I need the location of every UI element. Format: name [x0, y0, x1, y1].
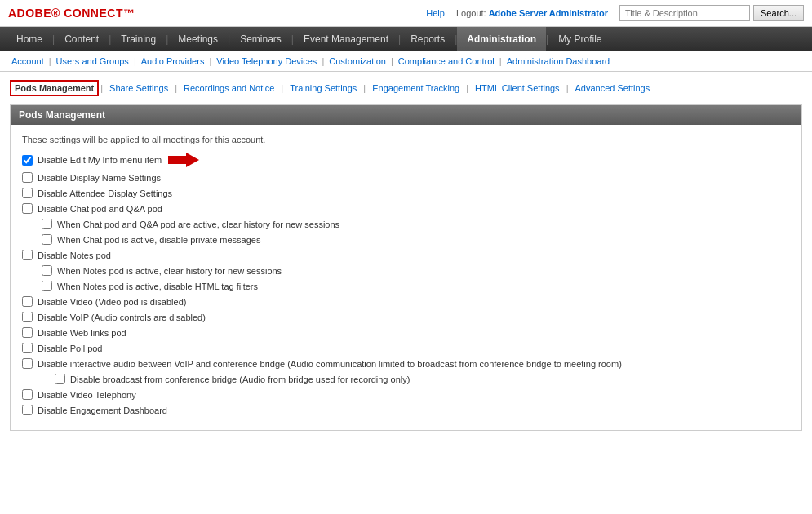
checkbox-14[interactable] — [55, 374, 65, 384]
sub-nav-item-administration-dashboard[interactable]: Administration Dashboard — [502, 55, 615, 68]
checkbox-label: Disable Edit My Info menu item — [38, 155, 162, 165]
tab-separator: | — [99, 83, 104, 93]
checkbox-row: When Chat pod is active, disable private… — [42, 234, 790, 245]
checkbox-row: Disable Poll pod — [22, 343, 790, 353]
content-area: Pods Management|Share Settings|Recording… — [0, 72, 812, 449]
checkbox-label: Disable Attendee Display Settings — [38, 188, 172, 198]
tab-separator: | — [362, 83, 367, 93]
checkbox-label: When Notes pod is active, disable HTML t… — [57, 281, 258, 291]
checkbox-row: Disable broadcast from conference bridge… — [55, 374, 790, 384]
checkbox-row: When Notes pod is active, disable HTML t… — [42, 281, 790, 291]
checkbox-row: Disable Video Telephony — [22, 389, 790, 400]
checkbox-16[interactable] — [22, 405, 33, 415]
sub-nav-item-customization[interactable]: Customization — [324, 55, 391, 68]
nav-item-event-management[interactable]: Event Management — [294, 27, 398, 51]
section-body: These settings will be applied to all me… — [11, 125, 801, 430]
checkbox-8[interactable] — [42, 281, 52, 291]
checkboxes-container: Disable Edit My Info menu item Disable D… — [22, 153, 790, 415]
checkbox-row: Disable Edit My Info menu item — [22, 153, 790, 167]
pods-management-section: Pods Management These settings will be a… — [10, 104, 802, 431]
checkbox-row: When Chat pod and Q&A pod are active, cl… — [42, 219, 790, 229]
sub-nav-item-users-and-groups[interactable]: Users and Groups — [51, 55, 134, 68]
checkbox-row: Disable Attendee Display Settings — [22, 188, 790, 198]
top-bar: ADOBE® CONNECT™ Help Logout: Adobe Serve… — [0, 0, 812, 27]
checkbox-row: Disable Engagement Dashboard — [22, 405, 790, 415]
tab-recordings-and-notice[interactable]: Recordings and Notice — [179, 80, 279, 96]
tab-separator: | — [279, 83, 285, 93]
checkbox-row: Disable Chat pod and Q&A pod — [22, 203, 790, 214]
checkbox-9[interactable] — [22, 296, 33, 307]
checkbox-10[interactable] — [22, 312, 33, 322]
tab-share-settings[interactable]: Share Settings — [104, 80, 173, 96]
checkbox-15[interactable] — [22, 389, 33, 400]
checkbox-13[interactable] — [22, 358, 33, 369]
logo: ADOBE® CONNECT™ — [8, 7, 135, 20]
top-right-area: Help Logout: Adobe Server Administrator … — [426, 5, 804, 21]
red-arrow-icon — [162, 153, 199, 167]
checkbox-label: Disable Chat pod and Q&A pod — [38, 204, 162, 214]
checkbox-row: Disable Web links pod — [22, 327, 790, 338]
checkbox-5[interactable] — [42, 234, 52, 245]
nav-item-reports[interactable]: Reports — [401, 27, 455, 51]
checkbox-label: Disable Video (Video pod is disabled) — [38, 297, 186, 307]
checkbox-11[interactable] — [22, 327, 33, 338]
nav-item-my-profile[interactable]: My Profile — [548, 27, 611, 51]
nav-item-meetings[interactable]: Meetings — [168, 27, 228, 51]
checkbox-row: Disable VoIP (Audio controls are disable… — [22, 312, 790, 322]
checkbox-label: Disable interactive audio between VoIP a… — [38, 359, 622, 369]
tab-advanced-settings[interactable]: Advanced Settings — [570, 80, 654, 96]
checkbox-4[interactable] — [42, 219, 52, 229]
help-link[interactable]: Help — [426, 8, 445, 18]
nav-item-training[interactable]: Training — [111, 27, 166, 51]
tab-separator: | — [565, 83, 570, 93]
section-header: Pods Management — [11, 105, 801, 125]
search-area: Search... — [619, 5, 804, 21]
svg-rect-0 — [168, 156, 186, 164]
tab-pods-management[interactable]: Pods Management — [10, 80, 99, 96]
nav-item-content[interactable]: Content — [55, 27, 109, 51]
sub-nav: Account|Users and Groups|Audio Providers… — [0, 51, 812, 72]
checkbox-label: Disable Poll pod — [38, 343, 103, 353]
section-description: These settings will be applied to all me… — [22, 135, 790, 144]
sub-nav-item-video-telephony-devices[interactable]: Video Telephony Devices — [211, 55, 322, 68]
checkbox-7[interactable] — [42, 265, 52, 276]
checkbox-0[interactable] — [22, 155, 33, 166]
tab-separator: | — [173, 83, 179, 93]
checkbox-1[interactable] — [22, 172, 33, 183]
checkbox-2[interactable] — [22, 188, 33, 198]
checkbox-label: Disable VoIP (Audio controls are disable… — [38, 312, 206, 322]
search-button[interactable]: Search... — [753, 5, 804, 21]
checkbox-label: When Chat pod and Q&A pod are active, cl… — [57, 219, 339, 229]
tab-separator: | — [464, 83, 470, 93]
tab-training-settings[interactable]: Training Settings — [285, 80, 362, 96]
checkbox-6[interactable] — [22, 250, 33, 260]
tab-html-client-settings[interactable]: HTML Client Settings — [470, 80, 565, 96]
main-nav: Home|Content|Training|Meetings|Seminars|… — [0, 27, 812, 51]
search-input[interactable] — [619, 5, 750, 21]
nav-item-home[interactable]: Home — [7, 27, 52, 51]
logout-label: Logout: Adobe Server Administrator — [456, 8, 608, 18]
sub-nav-item-compliance-and-control[interactable]: Compliance and Control — [393, 55, 499, 68]
sub-nav-item-audio-providers[interactable]: Audio Providers — [136, 55, 210, 68]
checkbox-row: Disable Video (Video pod is disabled) — [22, 296, 790, 307]
checkbox-12[interactable] — [22, 343, 33, 353]
sub-nav-item-account[interactable]: Account — [7, 55, 49, 68]
nav-item-seminars[interactable]: Seminars — [230, 27, 291, 51]
user-link[interactable]: Adobe Server Administrator — [489, 8, 608, 18]
nav-item-administration[interactable]: Administration — [457, 27, 546, 51]
checkbox-row: Disable interactive audio between VoIP a… — [22, 358, 790, 369]
checkbox-row: When Notes pod is active, clear history … — [42, 265, 790, 276]
svg-marker-1 — [186, 153, 199, 167]
checkbox-3[interactable] — [22, 203, 33, 214]
checkbox-label: Disable Web links pod — [38, 328, 126, 338]
checkbox-label: Disable Display Name Settings — [38, 173, 161, 183]
checkbox-label: Disable Notes pod — [38, 250, 111, 260]
checkbox-row: Disable Display Name Settings — [22, 172, 790, 183]
checkbox-label: Disable Engagement Dashboard — [38, 405, 167, 415]
checkbox-label: When Notes pod is active, clear history … — [57, 266, 282, 276]
tab-bar: Pods Management|Share Settings|Recording… — [10, 80, 802, 96]
tab-engagement-tracking[interactable]: Engagement Tracking — [367, 80, 464, 96]
checkbox-label: When Chat pod is active, disable private… — [57, 235, 260, 245]
checkbox-label: Disable broadcast from conference bridge… — [70, 374, 410, 384]
checkbox-row: Disable Notes pod — [22, 250, 790, 260]
